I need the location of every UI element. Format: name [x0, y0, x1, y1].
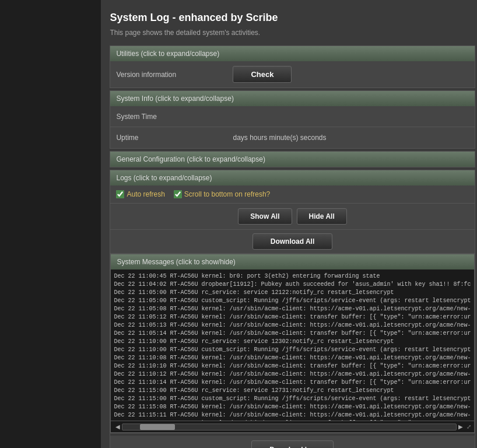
general-config-header[interactable]: General Configuration (click to expand/c… [110, 152, 474, 167]
system-messages-body: Dec 22 11:00:45 RT-AC56U kernel: br0: po… [111, 270, 474, 433]
version-label: Version information [116, 71, 233, 79]
sidebar [0, 0, 101, 448]
resize-icon: ⤢ [467, 424, 471, 430]
scrollbar-thumb [140, 424, 175, 430]
scroll-bottom-label[interactable]: Scroll to bottom on refresh? [174, 190, 270, 198]
system-info-body: System Time Uptime days hours minute(s) … [110, 106, 474, 148]
system-time-label: System Time [116, 113, 233, 121]
download-log-button[interactable]: Download logfile [251, 440, 334, 448]
logs-controls: Auto refresh Scroll to bottom on refresh… [110, 186, 474, 204]
page-subtitle: This page shows the detailed system's ac… [110, 29, 475, 37]
system-time-row: System Time [110, 106, 474, 127]
auto-refresh-text: Auto refresh [127, 190, 164, 198]
system-messages-section: System Messages (click to show/hide) Dec… [110, 254, 474, 433]
scroll-bottom-checkbox[interactable] [174, 190, 182, 198]
auto-refresh-label[interactable]: Auto refresh [116, 190, 164, 198]
auto-refresh-checkbox[interactable] [116, 190, 124, 198]
utilities-section-header[interactable]: Utilities (click to expand/collapse) [110, 46, 474, 61]
utilities-section-body: Version information Check [110, 61, 474, 88]
uptime-label: Uptime [116, 134, 233, 142]
download-log-btn-row: Download logfile [110, 436, 474, 448]
show-all-button[interactable]: Show All [238, 208, 292, 225]
general-config-section: General Configuration (click to expand/c… [110, 151, 475, 167]
page-title: System Log - enhanced by Scribe [110, 12, 475, 24]
main-content: System Log - enhanced by Scribe This pag… [101, 0, 477, 448]
check-button[interactable]: Check [233, 66, 292, 83]
scroll-left-icon[interactable]: ◀ [114, 424, 122, 430]
horizontal-scrollbar[interactable] [122, 424, 456, 430]
log-output[interactable]: Dec 22 11:00:45 RT-AC56U kernel: br0: po… [111, 270, 474, 421]
logs-section: Logs (click to expand/collapse) Auto ref… [110, 170, 475, 448]
log-scrollbar-area: ◀ ▶ ⤢ [111, 421, 474, 433]
logs-download-row: Download All [110, 230, 474, 254]
logs-buttons: Show All Hide All [110, 204, 474, 230]
scroll-bottom-text: Scroll to bottom on refresh? [184, 190, 270, 198]
logs-section-header[interactable]: Logs (click to expand/collapse) [110, 170, 474, 186]
system-info-section: System Info (click to expand/collapse) S… [110, 90, 475, 149]
hide-all-button[interactable]: Hide All [297, 208, 347, 225]
version-row: Version information Check [110, 61, 474, 88]
download-all-button[interactable]: Download All [252, 233, 333, 250]
system-messages-header[interactable]: System Messages (click to show/hide) [111, 254, 474, 270]
uptime-row: Uptime days hours minute(s) seconds [110, 127, 474, 148]
utilities-section: Utilities (click to expand/collapse) Ver… [110, 46, 475, 88]
scroll-right-icon[interactable]: ▶ [457, 424, 465, 430]
uptime-value: days hours minute(s) seconds [233, 134, 326, 142]
system-info-header[interactable]: System Info (click to expand/collapse) [110, 91, 474, 106]
